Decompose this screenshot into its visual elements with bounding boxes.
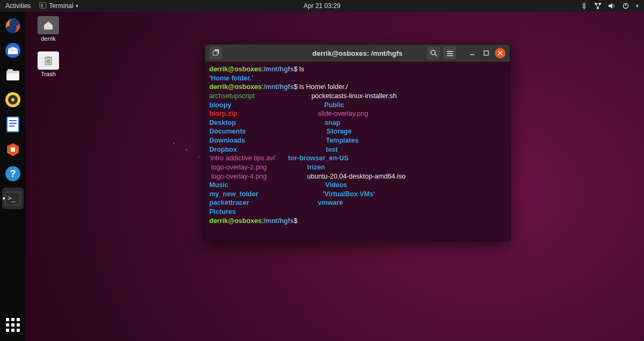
- dock-rhythmbox[interactable]: [2, 89, 24, 110]
- new-tab-button[interactable]: [209, 47, 222, 60]
- desktop-icon-label: derrik: [41, 35, 56, 42]
- dock-help[interactable]: ?: [2, 163, 24, 184]
- trash-icon: ♻: [43, 55, 53, 66]
- svg-rect-19: [11, 147, 15, 152]
- desktop-icon-label: Trash: [41, 71, 56, 77]
- maximize-icon: [484, 50, 489, 56]
- close-icon: [497, 50, 503, 56]
- desktop[interactable]: derrik ♻ Trash derrik@osboxes: /mnt/hgfs…: [26, 12, 644, 341]
- dock-files[interactable]: [2, 64, 24, 86]
- terminal-icon: $: [39, 2, 47, 11]
- desktop-icon-trash[interactable]: ♻ Trash: [32, 51, 64, 77]
- chevron-down-icon: ▾: [76, 3, 78, 9]
- dock-thunderbird[interactable]: [2, 40, 24, 61]
- svg-rect-11: [8, 69, 13, 72]
- svg-rect-27: [213, 51, 217, 55]
- search-button[interactable]: [427, 47, 440, 60]
- search-icon: [430, 50, 437, 57]
- activities-button[interactable]: Activities: [5, 2, 31, 10]
- dock: ? >_: [0, 12, 26, 341]
- svg-rect-34: [447, 55, 453, 56]
- new-tab-icon: [212, 49, 219, 57]
- svg-rect-6: [625, 3, 626, 6]
- volume-icon[interactable]: [608, 2, 616, 10]
- power-icon[interactable]: [622, 2, 630, 10]
- minimize-button[interactable]: [467, 48, 478, 58]
- svg-text:$: $: [41, 3, 43, 8]
- svg-text:?: ?: [10, 168, 16, 179]
- home-icon: [43, 20, 54, 30]
- desktop-icons: derrik ♻ Trash: [32, 16, 64, 77]
- network-icon[interactable]: [594, 2, 602, 10]
- svg-rect-35: [470, 54, 474, 55]
- svg-rect-16: [9, 120, 17, 121]
- app-menu-label: Terminal: [49, 2, 73, 10]
- svg-rect-29: [218, 49, 219, 54]
- svg-line-31: [435, 54, 437, 56]
- svg-rect-18: [9, 125, 14, 127]
- show-applications-button[interactable]: [2, 314, 24, 336]
- dock-writer[interactable]: [2, 114, 24, 135]
- svg-point-30: [431, 50, 435, 55]
- svg-text:♻: ♻: [46, 59, 50, 64]
- close-button[interactable]: [495, 48, 506, 58]
- terminal-output[interactable]: derrik@osboxes:/mnt/hgfs$ ls 'Home folde…: [205, 62, 510, 241]
- menu-button[interactable]: [443, 47, 456, 60]
- window-title: derrik@osboxes: /mnt/hgfs: [312, 49, 402, 57]
- top-bar: Activities $ Terminal ▾ Apr 21 03:29 ▾: [0, 0, 644, 12]
- hamburger-icon: [447, 50, 453, 57]
- svg-text:>_: >_: [8, 194, 16, 202]
- terminal-window: derrik@osboxes: /mnt/hgfs derrik@osboxes…: [204, 44, 510, 241]
- svg-rect-15: [7, 117, 19, 132]
- bluetooth-icon[interactable]: [580, 2, 588, 10]
- desktop-icon-home[interactable]: derrik: [32, 16, 64, 42]
- minimize-icon: [470, 50, 475, 56]
- system-menu-chevron-icon[interactable]: ▾: [636, 3, 639, 9]
- dock-software[interactable]: [2, 138, 24, 160]
- svg-point-14: [11, 98, 14, 101]
- svg-rect-17: [9, 123, 17, 124]
- svg-rect-33: [447, 53, 453, 54]
- svg-rect-36: [484, 51, 488, 55]
- dock-terminal[interactable]: >_: [2, 188, 24, 209]
- app-menu[interactable]: $ Terminal ▾: [39, 2, 78, 11]
- svg-rect-32: [447, 51, 453, 52]
- clock[interactable]: Apr 21 03:29: [304, 2, 341, 10]
- dock-firefox[interactable]: [2, 15, 24, 36]
- terminal-titlebar[interactable]: derrik@osboxes: /mnt/hgfs: [205, 45, 510, 62]
- maximize-button[interactable]: [481, 48, 492, 58]
